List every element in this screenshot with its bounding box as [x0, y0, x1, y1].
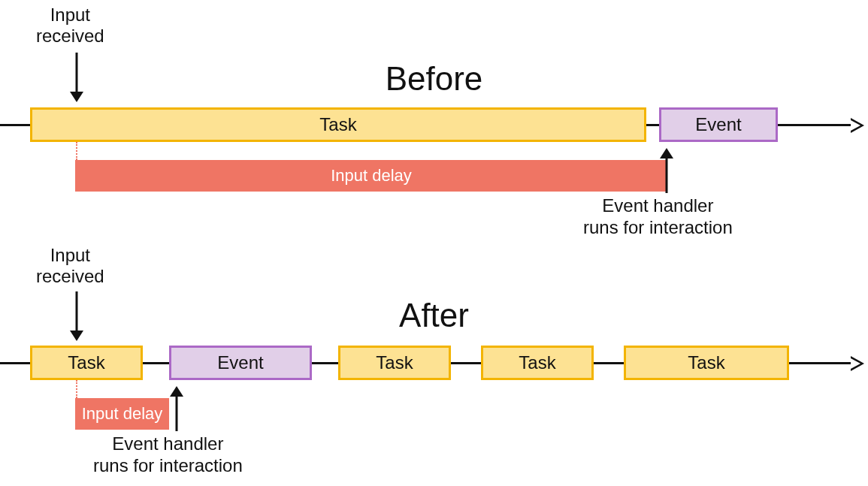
arrow-right-icon [827, 362, 863, 364]
after-title: After [322, 297, 547, 334]
dotted-connector-icon [76, 380, 77, 398]
before-title: Before [322, 60, 547, 98]
before-handler-label: Event handler runs for interaction [583, 195, 733, 239]
arrow-down-icon [69, 291, 84, 341]
before-task: Task [30, 107, 646, 142]
after-task-2: Task [338, 346, 451, 380]
after-event: Event [169, 346, 312, 380]
arrow-right-icon [827, 124, 863, 126]
diagram-canvas: Before Input received Task Event Input d… [0, 0, 868, 486]
after-task-3: Task [481, 346, 594, 380]
after-input-received-label: Input received [36, 245, 104, 286]
arrow-up-icon [659, 148, 674, 193]
after-task-1: Task [30, 346, 143, 380]
after-handler-label: Event handler runs for interaction [93, 433, 243, 477]
before-input-delay: Input delay [75, 160, 667, 192]
dotted-connector-icon [76, 142, 77, 160]
before-event: Event [659, 107, 778, 142]
arrow-down-icon [69, 53, 84, 102]
before-input-received-label: Input received [36, 5, 104, 46]
after-task-4: Task [624, 346, 789, 380]
arrow-up-icon [169, 386, 184, 431]
after-input-delay: Input delay [75, 398, 169, 430]
